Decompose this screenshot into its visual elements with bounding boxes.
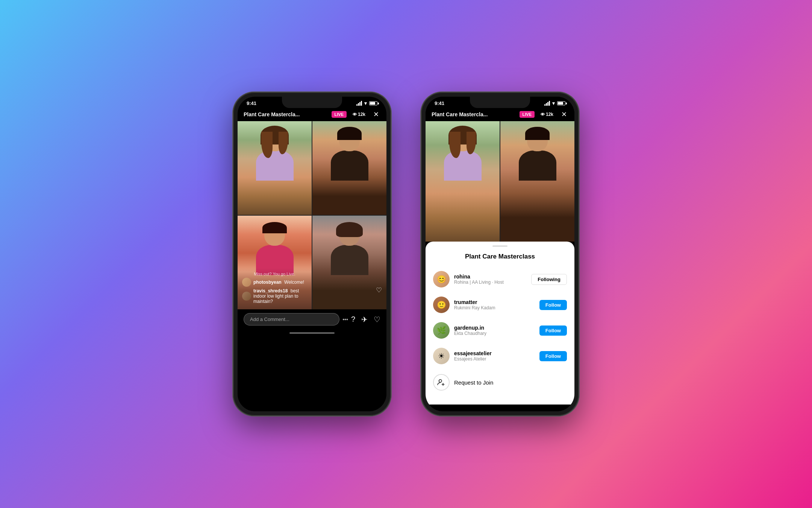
person-4: [312, 216, 386, 309]
video-cell-p2-1: [426, 121, 500, 242]
top-bar-1: Plant Care Mastercla... LIVE 👁 12k ✕: [238, 108, 386, 121]
follow-button-1[interactable]: Follow: [539, 300, 567, 310]
participant-username-0: rohina: [454, 274, 527, 280]
phone-1: 9:41 ▾ Plant Care Mastercla... LIVE 👁: [233, 92, 391, 416]
request-icon: [433, 374, 450, 391]
heart-icon[interactable]: ♡: [374, 315, 380, 324]
time-2: 9:41: [435, 100, 444, 106]
comment-2: travis_shreds18 best indoor low light pl…: [242, 288, 307, 304]
comment-avatar-2: [242, 292, 251, 301]
top-bar-2: Plant Care Mastercla... LIVE 👁 12k ✕: [426, 108, 574, 121]
video-cell-p2-2: [500, 121, 574, 242]
wifi-icon: ▾: [364, 100, 367, 106]
eye-icon-2: 👁: [541, 112, 545, 117]
video-cell-3: Miss out? You go Live. photosbyean Welco…: [238, 216, 312, 309]
participant-info-2: gardenup.in Ekta Chaudhary: [454, 325, 535, 336]
bottom-bar-1: Add a Comment... ••• ? ✈ ♡: [238, 309, 386, 329]
time-1: 9:41: [247, 100, 256, 106]
comment-text-2: travis_shreds18 best indoor low light pl…: [253, 288, 307, 304]
video-grid-1: Miss out? You go Live. photosbyean Welco…: [238, 121, 386, 309]
close-button-1[interactable]: ✕: [371, 110, 380, 119]
comment-avatar-1: [242, 278, 251, 287]
heart-float: ♡: [376, 286, 382, 294]
video-cell-4: ♡: [312, 216, 386, 309]
notch-1: [282, 97, 342, 108]
participant-username-3: essajeesatelier: [454, 350, 535, 356]
participant-avatar-3: ☀: [433, 348, 450, 364]
comment-text-1: photosbyean Welcome!: [253, 280, 304, 285]
home-indicator-1: [289, 332, 335, 334]
phone-2: 9:41 ▾ Plant Care Mastercla...: [421, 92, 579, 416]
person-2-1: [426, 121, 500, 242]
question-icon[interactable]: ?: [351, 315, 355, 324]
person-2-2: [500, 121, 574, 242]
comment-1: photosbyean Welcome!: [242, 278, 307, 287]
wifi-icon-2: ▾: [552, 100, 555, 106]
participant-info-3: essajeesatelier Essajees Atelier: [454, 350, 535, 362]
notch-2: [470, 97, 530, 108]
stream-title-1: Plant Care Mastercla...: [244, 111, 329, 117]
viewer-count-2: 👁 12k: [538, 111, 556, 118]
live-badge-1: LIVE: [332, 111, 347, 118]
miss-text: Miss out? You go Live.: [242, 272, 307, 276]
participant-avatar-2: 🌿: [433, 322, 450, 339]
participant-avatar-0: 😊: [433, 271, 450, 287]
person-1: [238, 121, 312, 215]
viewer-count-1: 👁 12k: [350, 111, 368, 118]
comment-overlay: Miss out? You go Live. photosbyean Welco…: [238, 268, 312, 309]
comment-input[interactable]: Add a Comment...: [244, 313, 339, 325]
participant-row-1: 🙂 trumatter Rukmini Ray Kadam Follow: [426, 292, 574, 318]
phone-1-screen: 9:41 ▾ Plant Care Mastercla... LIVE 👁: [238, 97, 386, 411]
send-icon[interactable]: ✈: [361, 315, 368, 324]
stream-title-2: Plant Care Mastercla...: [432, 111, 517, 117]
request-row[interactable]: Request to Join: [426, 369, 574, 396]
signal-icon: [356, 101, 362, 106]
battery-icon-2: [557, 101, 565, 105]
phone-2-screen: 9:41 ▾ Plant Care Mastercla...: [426, 97, 574, 411]
bottom-icons: ? ✈ ♡: [351, 315, 380, 324]
phone2-content: 9:41 ▾ Plant Care Mastercla...: [426, 97, 574, 411]
participant-info-1: trumatter Rukmini Ray Kadam: [454, 299, 535, 310]
battery-icon: [369, 101, 377, 105]
participant-info-0: rohina Rohina | AA Living · Host: [454, 274, 527, 285]
sheet-title: Plant Care Masterclass: [426, 253, 574, 260]
eye-icon: 👁: [353, 112, 357, 117]
participant-row-2: 🌿 gardenup.in Ekta Chaudhary Follow: [426, 318, 574, 343]
video-cell-1: [238, 121, 312, 215]
sheet-panel: Plant Care Masterclass 😊 rohina Rohina |…: [426, 242, 574, 405]
participant-username-1: trumatter: [454, 299, 535, 305]
participant-avatar-1: 🙂: [433, 297, 450, 313]
follow-button-0[interactable]: Following: [531, 274, 567, 285]
participant-subtitle-1: Rukmini Ray Kadam: [454, 305, 535, 310]
participant-row-0: 😊 rohina Rohina | AA Living · Host Follo…: [426, 266, 574, 292]
person-2: [312, 121, 386, 215]
home-indicator-2: [477, 408, 523, 409]
status-icons-2: ▾: [544, 100, 565, 106]
participant-subtitle-0: Rohina | AA Living · Host: [454, 280, 527, 285]
status-icons-1: ▾: [356, 100, 377, 106]
participant-row-3: ☀ essajeesatelier Essajees Atelier Follo…: [426, 343, 574, 369]
follow-button-3[interactable]: Follow: [539, 351, 567, 361]
follow-button-2[interactable]: Follow: [539, 325, 567, 336]
participant-subtitle-2: Ekta Chaudhary: [454, 331, 535, 336]
close-button-2[interactable]: ✕: [559, 110, 568, 119]
request-label: Request to Join: [454, 379, 493, 386]
video-cell-2: [312, 121, 386, 215]
signal-icon-2: [544, 101, 550, 106]
participant-username-2: gardenup.in: [454, 325, 535, 331]
more-icon[interactable]: •••: [342, 316, 348, 322]
participant-subtitle-3: Essajees Atelier: [454, 356, 535, 362]
sheet-handle: [492, 245, 508, 247]
top-video-half: [426, 121, 574, 242]
svg-point-0: [439, 380, 442, 382]
live-badge-2: LIVE: [520, 111, 535, 118]
